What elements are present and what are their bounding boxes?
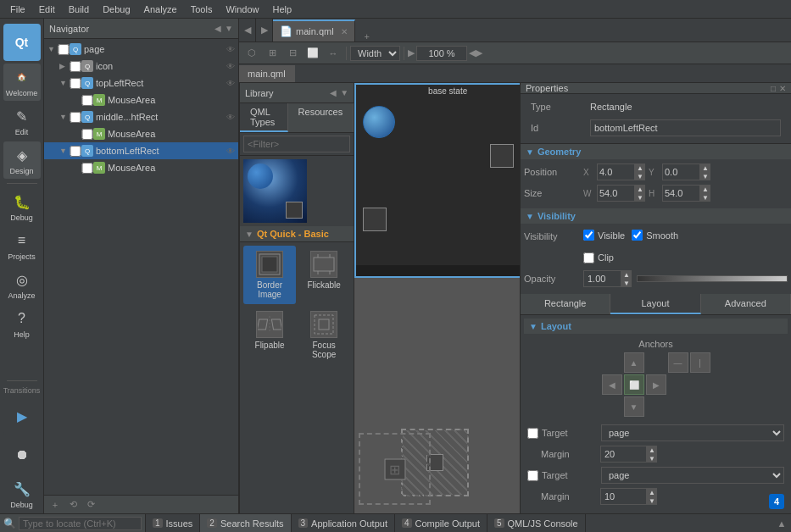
x-spin-up[interactable]: ▲: [635, 163, 645, 172]
tab-add-btn[interactable]: +: [355, 31, 379, 42]
debug-btn[interactable]: 🐛 Debug: [3, 188, 41, 225]
tree-eye-icon[interactable]: 👁: [226, 62, 235, 71]
library-filter-input[interactable]: [243, 136, 350, 152]
status-tab-compile[interactable]: 4 Compile Output: [395, 514, 487, 532]
menu-window[interactable]: Window: [219, 3, 265, 16]
tree-item-mousearea3[interactable]: M MouseArea 👁: [44, 159, 238, 176]
tree-check-bottomleftrect[interactable]: [70, 146, 81, 157]
menu-file[interactable]: File: [3, 3, 32, 16]
menu-edit[interactable]: Edit: [32, 3, 62, 16]
lib-section-qtquick-header[interactable]: ▼ Qt Quick - Basic: [240, 226, 354, 242]
target2-select[interactable]: page: [601, 467, 784, 484]
anchor-left-btn[interactable]: ◀: [602, 374, 622, 395]
h-spin-up[interactable]: ▲: [700, 185, 710, 193]
tree-item-topleftrect[interactable]: ▼ Q topLeftRect 👁: [44, 75, 238, 91]
library-expand-btn[interactable]: ◀: [330, 88, 337, 97]
x-spin-down[interactable]: ▼: [635, 172, 645, 180]
tab-nav-back[interactable]: ◀: [239, 19, 256, 42]
etb-zoom-out-btn[interactable]: ⊟: [283, 45, 302, 62]
etb-zoom-input[interactable]: [416, 46, 467, 61]
opacity-spin-down[interactable]: ▼: [621, 279, 632, 287]
canvas-hatched-rect-2[interactable]: ⊞: [359, 433, 431, 505]
status-tab-search[interactable]: 2 Search Results: [200, 514, 291, 532]
edit-btn[interactable]: ✎ Edit: [3, 103, 41, 140]
target2-checkbox[interactable]: [527, 470, 538, 481]
prop-tab-advanced[interactable]: Advanced: [701, 294, 791, 314]
menu-build[interactable]: Build: [62, 3, 96, 16]
etb-width-select[interactable]: Width: [350, 46, 400, 61]
lib-item-focus-scope[interactable]: Focus Scope: [298, 306, 350, 364]
etb-resize-btn[interactable]: ↔: [324, 45, 343, 62]
navigator-menu-btn[interactable]: ▼: [225, 24, 233, 33]
anchor-vrule-btn[interactable]: |: [690, 352, 710, 373]
tree-item-page[interactable]: ▼ Q page 👁: [44, 41, 238, 58]
qt-logo[interactable]: Qt: [3, 24, 41, 61]
status-tab-qmljs[interactable]: 5 QML/JS Console: [487, 514, 586, 532]
projects-btn[interactable]: ≡ Projects: [3, 227, 41, 264]
status-end-btn[interactable]: ▲: [772, 518, 791, 529]
anchor-hrule-btn[interactable]: —: [668, 352, 688, 373]
design-btn[interactable]: ◈ Design: [3, 141, 41, 179]
opacity-slider[interactable]: [637, 275, 788, 282]
margin2-spin-down[interactable]: ▼: [647, 496, 657, 505]
canvas-small-rect-1[interactable]: [490, 144, 514, 168]
tree-item-mousearea1[interactable]: M MouseArea 👁: [44, 91, 238, 108]
tab-main-qml[interactable]: 📄 main.qml ✕: [273, 19, 355, 42]
tree-check-topleftrect[interactable]: [70, 78, 81, 89]
id-input[interactable]: [590, 119, 781, 136]
y-spin-up[interactable]: ▲: [700, 163, 710, 172]
lib-item-flickable[interactable]: Flickable: [298, 246, 350, 304]
canvas-small-rect-2[interactable]: [363, 208, 387, 231]
anchor-bottom-btn[interactable]: ▼: [624, 396, 644, 417]
tree-eye-middlerect[interactable]: 👁: [226, 113, 235, 122]
etb-frame-btn[interactable]: ⬜: [304, 45, 322, 62]
menu-help[interactable]: Help: [266, 3, 299, 16]
clip-checkbox[interactable]: [583, 252, 594, 263]
h-input[interactable]: [662, 185, 700, 202]
tree-check-page[interactable]: [58, 44, 70, 55]
tab-nav-forward[interactable]: ▶: [256, 19, 273, 42]
margin1-input[interactable]: [600, 446, 647, 463]
tree-eye-page[interactable]: 👁: [226, 45, 235, 54]
properties-expand-btn[interactable]: □: [771, 84, 776, 93]
prop-tab-rectangle[interactable]: Rectangle: [521, 294, 610, 314]
tree-item-mousearea2[interactable]: M MouseArea 👁: [44, 125, 238, 142]
tree-check-icon[interactable]: [70, 61, 81, 72]
lib-item-border-image[interactable]: Border Image: [243, 246, 296, 304]
opacity-spin-up[interactable]: ▲: [621, 270, 632, 279]
y-input[interactable]: [662, 163, 700, 180]
menu-tools[interactable]: Tools: [184, 3, 220, 16]
tree-check-ma3[interactable]: [81, 163, 93, 174]
welcome-btn[interactable]: 🏠 Welcome: [3, 64, 41, 101]
menu-analyze[interactable]: Analyze: [137, 3, 184, 16]
layout-section-header[interactable]: ▼ Layout: [524, 319, 788, 334]
target1-select[interactable]: page: [601, 424, 784, 441]
tree-check-ma1[interactable]: [81, 95, 93, 106]
status-tab-issues[interactable]: 1 Issues: [146, 514, 200, 532]
x-input[interactable]: [597, 163, 635, 180]
etb-zoom-in-btn[interactable]: ⊞: [263, 45, 281, 62]
h-spin-down[interactable]: ▼: [700, 193, 710, 202]
geometry-section-header[interactable]: ▼ Geometry: [521, 144, 791, 159]
visible-checkbox[interactable]: [583, 230, 594, 241]
w-spin-up[interactable]: ▲: [635, 185, 645, 193]
analyze-btn[interactable]: ◎ Analyze: [3, 266, 41, 303]
etb-select-btn[interactable]: ⬡: [242, 45, 261, 62]
tree-eye-bottomleftrect[interactable]: 👁: [226, 147, 235, 156]
lib-tab-resources[interactable]: Resources: [288, 103, 354, 132]
canvas-drawing-area[interactable]: base state +: [354, 83, 520, 513]
tree-eye-topleftrect[interactable]: 👁: [226, 79, 235, 88]
canvas-stab-main[interactable]: main.qml: [239, 65, 295, 82]
w-input[interactable]: [597, 185, 635, 202]
prop-tab-layout[interactable]: Layout: [610, 294, 700, 314]
tree-item-middlerect[interactable]: ▼ Q middle...htRect 👁: [44, 108, 238, 125]
anchor-center-btn[interactable]: ⬜: [624, 374, 644, 395]
library-menu-btn[interactable]: ▼: [340, 88, 348, 97]
nav-tb-btn2[interactable]: ⟲: [65, 497, 81, 513]
y-spin-down[interactable]: ▼: [700, 172, 710, 180]
nav-tb-btn1[interactable]: +: [47, 497, 63, 513]
target1-checkbox[interactable]: [527, 428, 538, 439]
status-search-input[interactable]: [19, 517, 142, 530]
debug2-btn[interactable]: 🔧 Debug: [3, 475, 41, 513]
margin2-input[interactable]: [600, 488, 647, 505]
